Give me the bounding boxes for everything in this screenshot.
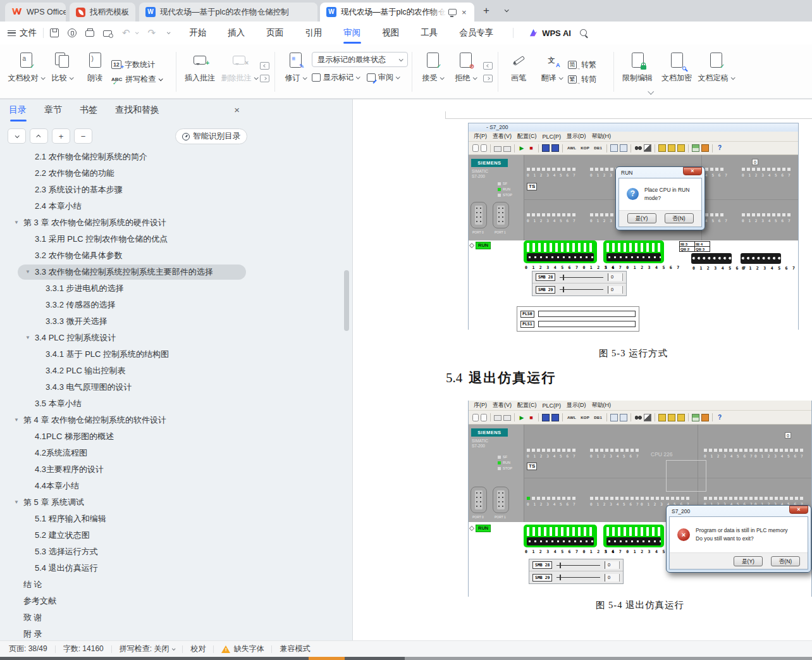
sim-toolbar-bt-icon[interactable] (701, 414, 709, 421)
proofread-button[interactable]: 校对 (190, 644, 206, 654)
sim-toolbar-lad-icon[interactable] (620, 414, 627, 421)
toc-item[interactable]: 2.4 本章小结 (0, 198, 352, 215)
no-button[interactable]: 否(N) (665, 213, 694, 223)
toc-item[interactable]: 参考文献 (0, 593, 352, 609)
read-aloud-button[interactable]: ) 朗读 (78, 48, 111, 96)
toc-item[interactable]: 4.2系统流程图 (0, 445, 352, 461)
tab-document-2-active[interactable]: W 现代农场—基于plc的农作物仓 × (320, 3, 474, 22)
menu-tab-视图[interactable]: 视图 (371, 22, 410, 44)
reject-change-button[interactable]: ⊘ 拒绝 (449, 48, 482, 96)
previous-change-icon[interactable] (483, 62, 493, 70)
toc-item[interactable]: 3.3.2 传感器的选择 (0, 297, 352, 313)
translate-button[interactable]: 文A 翻译 (535, 48, 568, 96)
smart-toc-button[interactable]: 智能识别目录 (175, 128, 247, 144)
sim-toolbar-lk-icon[interactable] (668, 414, 675, 421)
sim-menu-item[interactable]: PLC(P) (543, 402, 562, 409)
word-count-indicator[interactable]: 字数: 14160 (63, 644, 104, 654)
toc-item[interactable]: 4.3主要程序的设计 (0, 461, 352, 478)
toc-collapse-icon[interactable]: ▼ (14, 494, 19, 511)
sim-toolbar-label[interactable]: KOP (579, 416, 591, 420)
print-preview-button[interactable] (103, 30, 112, 37)
ink-pen-button[interactable]: 画笔 (502, 48, 535, 96)
sim-toolbar-cur-icon[interactable] (644, 414, 651, 421)
tab-document-1[interactable]: W 现代农场—基于plc的农作物仓储控制 (139, 3, 317, 22)
toc-item[interactable]: ▼第 3 章 农作物仓储控制系统的硬件设计 (0, 215, 352, 231)
sim-toolbar-doc-icon[interactable] (472, 144, 479, 152)
sim-menu-item[interactable]: 配置(C) (517, 401, 537, 409)
sim-toolbar-lk-icon[interactable] (677, 414, 685, 421)
toc-expand-down-button[interactable] (8, 128, 26, 144)
redo-button[interactable]: ↷ (148, 27, 156, 39)
sim-toolbar-label[interactable]: AWL (566, 416, 577, 420)
toc-item[interactable]: 5.3 选择运行方式 (0, 544, 352, 560)
simplified-to-traditional-button[interactable]: 简 转繁 (568, 59, 610, 70)
sidebar-scrollbar[interactable] (344, 270, 349, 331)
toc-collapse-icon[interactable]: ▼ (25, 264, 30, 280)
menu-tab-开始[interactable]: 开始 (178, 22, 217, 44)
next-change-icon[interactable] (483, 75, 493, 82)
sim-toolbar-bin-icon[interactable] (634, 144, 642, 152)
toc-zoom-out-button[interactable]: − (74, 128, 92, 144)
undo-button[interactable]: ↶ (122, 27, 130, 39)
menu-tab-审阅[interactable]: 审阅 (333, 22, 371, 44)
sim-toolbar-mon-icon[interactable] (551, 414, 559, 421)
tab-docer-template[interactable]: 找稻壳模板 (70, 3, 135, 22)
compare-button[interactable]: 比较 (46, 48, 78, 96)
sim-menu-item[interactable]: 查看(V) (493, 401, 512, 409)
sim-menu-item[interactable]: 帮助(H) (592, 401, 612, 409)
yes-button[interactable]: 是(Y) (627, 213, 656, 223)
toc-item[interactable]: ▼3.3 农作物仓储控制系统控制系统主要部件的选择 (0, 264, 352, 280)
toc-item[interactable]: ▼3.4 PLC 控制系统设计 (0, 330, 352, 346)
sim-toolbar-lk-icon[interactable] (677, 144, 685, 152)
menu-tab-插入[interactable]: 插入 (217, 22, 255, 44)
sidebar-tab-chapters[interactable]: 章节 (44, 104, 62, 121)
sim-toolbar-mon-icon[interactable] (542, 144, 550, 152)
delete-comment-button[interactable]: × 删除批注 (219, 48, 259, 96)
toc-collapse-up-button[interactable] (30, 128, 48, 144)
sim-toolbar-play-icon[interactable]: ▶ (518, 414, 526, 421)
sim-toolbar-lk-icon[interactable] (668, 144, 675, 152)
sim-toolbar-doc-icon[interactable] (481, 414, 487, 421)
toc-collapse-icon[interactable]: ▼ (25, 330, 30, 346)
sim-toolbar-help-icon[interactable]: ? (716, 414, 723, 421)
no-button[interactable]: 否(N) (771, 556, 800, 566)
toc-item[interactable]: 4.1PLC 梯形图的概述 (0, 428, 352, 445)
toc-zoom-in-button[interactable]: + (52, 128, 70, 144)
sim-toolbar-doc-icon[interactable] (472, 414, 479, 421)
sim-toolbar-ch-icon[interactable] (692, 414, 699, 421)
sidebar-tab-toc[interactable]: 目录 (9, 104, 27, 121)
toc-item[interactable]: 3.2 农作物仓储具体参数 (0, 247, 352, 264)
toc-item[interactable]: ▼第 4 章 农作物仓储控制系统的软件设计 (0, 412, 352, 428)
sim-toolbar-label[interactable]: KOP (579, 146, 591, 150)
toc-item[interactable]: 5.2 建立状态图 (0, 527, 352, 544)
track-changes-button[interactable]: ≡✎ 修订 (279, 48, 312, 96)
sim-toolbar-lk-icon[interactable] (658, 144, 666, 152)
missing-font-warning[interactable]: 缺失字体 (221, 644, 264, 654)
sim-menu-item[interactable]: 配置(C) (517, 132, 537, 140)
file-menu-button[interactable]: 文件 (8, 27, 37, 39)
menu-tab-工具[interactable]: 工具 (410, 22, 448, 44)
menu-tab-引用[interactable]: 引用 (294, 22, 333, 44)
page-indicator[interactable]: 页面: 38/49 (9, 644, 47, 654)
sim-menu-item[interactable]: PLC(P) (543, 134, 562, 140)
dialog-close-icon[interactable]: × (789, 506, 808, 514)
sim-toolbar-lad-icon[interactable] (610, 414, 618, 421)
traditional-to-simplified-button[interactable]: 繁 转简 (568, 74, 610, 85)
sim-toolbar-bin-icon[interactable] (634, 414, 642, 421)
sim-toolbar-doc-icon[interactable] (481, 144, 487, 152)
sim-menu-item[interactable]: 帮助(H) (592, 132, 612, 140)
accept-change-button[interactable]: ✓ 接受 (416, 48, 449, 96)
sim-toolbar-prn-icon[interactable] (503, 146, 511, 152)
sim-menu-item[interactable]: 查看(V) (493, 132, 512, 140)
spellcheck-status[interactable]: 拼写检查: 关闭 (120, 644, 175, 654)
menu-tab-页面[interactable]: 页面 (255, 22, 294, 44)
compat-mode-indicator[interactable]: 兼容模式 (280, 644, 310, 654)
menu-tab-会员专享[interactable]: 会员专享 (448, 22, 504, 44)
toc-collapse-icon[interactable]: ▼ (14, 412, 19, 428)
toc-item[interactable]: 3.4.3 电气原理图的设计 (0, 379, 352, 395)
toc-item[interactable]: 3.4.2 PLC 输出控制表 (0, 363, 352, 379)
sim-toolbar-prn-icon[interactable] (503, 415, 511, 421)
smb29-slider[interactable] (560, 286, 603, 293)
toc-item[interactable]: 致 谢 (0, 609, 352, 626)
sim-toolbar-mon-icon[interactable] (542, 414, 550, 421)
